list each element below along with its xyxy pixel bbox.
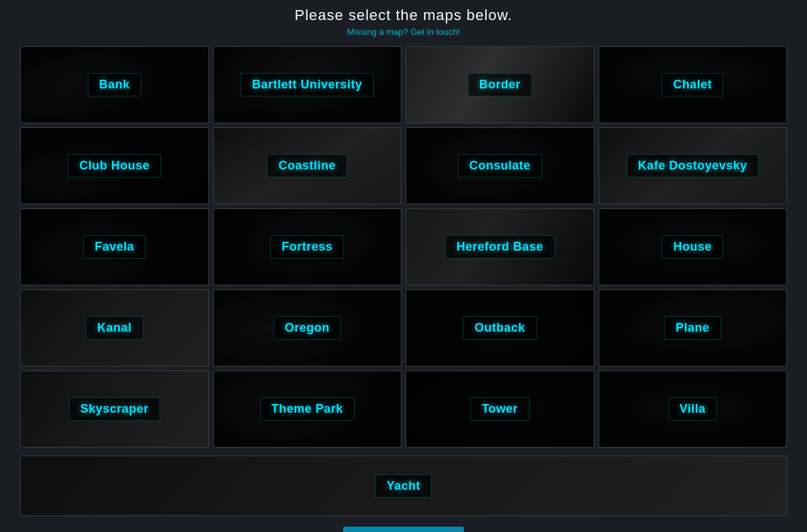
map-card-favela[interactable]: Favela <box>20 208 209 285</box>
map-card-themepark[interactable]: Theme Park <box>213 371 402 448</box>
chalet-label: Chalet <box>662 73 723 96</box>
coastline-label: Coastline <box>267 154 347 178</box>
plane-label: Plane <box>664 316 721 340</box>
fortress-label: Fortress <box>270 235 344 259</box>
map-card-fortress[interactable]: Fortress <box>213 208 402 285</box>
map-card-bank[interactable]: Bank <box>20 46 209 123</box>
kafe-label: Kafe Dostoyevsky <box>627 154 759 178</box>
map-card-consulate[interactable]: Consulate <box>406 127 595 204</box>
skyscraper-label: Skyscraper <box>69 397 160 421</box>
map-card-clubhouse[interactable]: Club House <box>20 127 209 204</box>
map-card-house[interactable]: House <box>599 208 788 285</box>
map-card-outback[interactable]: Outback <box>406 289 595 367</box>
outback-label: Outback <box>463 316 537 340</box>
map-card-kanal[interactable]: Kanal <box>20 289 209 367</box>
house-label: House <box>662 235 723 259</box>
submit-button[interactable]: Submit <box>343 527 464 532</box>
bank-label: Bank <box>88 73 141 96</box>
map-card-kafe[interactable]: Kafe Dostoyevsky <box>599 127 788 204</box>
oregon-label: Oregon <box>273 316 341 340</box>
villa-label: Villa <box>668 397 717 421</box>
map-card-villa[interactable]: Villa <box>599 371 788 448</box>
yacht-row: Yacht <box>0 452 807 520</box>
tower-label: Tower <box>471 397 530 421</box>
map-card-border[interactable]: Border <box>406 46 595 123</box>
submit-row: Submit <box>0 520 807 532</box>
subtitle-text: Missing a map? Get in <box>347 27 434 37</box>
map-card-plane[interactable]: Plane <box>599 289 788 367</box>
map-card-oregon[interactable]: Oregon <box>213 289 402 367</box>
map-card-yacht[interactable]: Yacht <box>20 456 787 516</box>
page-title: Please select the maps below. <box>0 7 807 24</box>
consulate-label: Consulate <box>458 154 542 178</box>
hereford-label: Hereford Base <box>445 235 555 259</box>
bartlett-label: Bartlett University <box>241 73 374 96</box>
map-card-chalet[interactable]: Chalet <box>599 46 788 123</box>
yacht-label: Yacht <box>375 474 432 498</box>
map-card-tower[interactable]: Tower <box>406 371 595 448</box>
map-card-hereford[interactable]: Hereford Base <box>406 208 595 285</box>
map-card-bartlett[interactable]: Bartlett University <box>213 46 402 123</box>
page-header: Please select the maps below. Missing a … <box>0 0 807 42</box>
themepark-label: Theme Park <box>260 397 355 421</box>
page-subtitle: Missing a map? Get in touch! <box>0 27 807 37</box>
map-card-coastline[interactable]: Coastline <box>213 127 402 204</box>
kanal-label: Kanal <box>86 316 143 340</box>
clubhouse-label: Club House <box>68 154 161 178</box>
touch-link[interactable]: touch! <box>436 27 460 37</box>
favela-label: Favela <box>83 235 145 259</box>
maps-grid: BankBartlett UniversityBorderChaletClub … <box>0 42 807 452</box>
border-label: Border <box>468 73 532 96</box>
map-card-skyscraper[interactable]: Skyscraper <box>20 371 209 448</box>
